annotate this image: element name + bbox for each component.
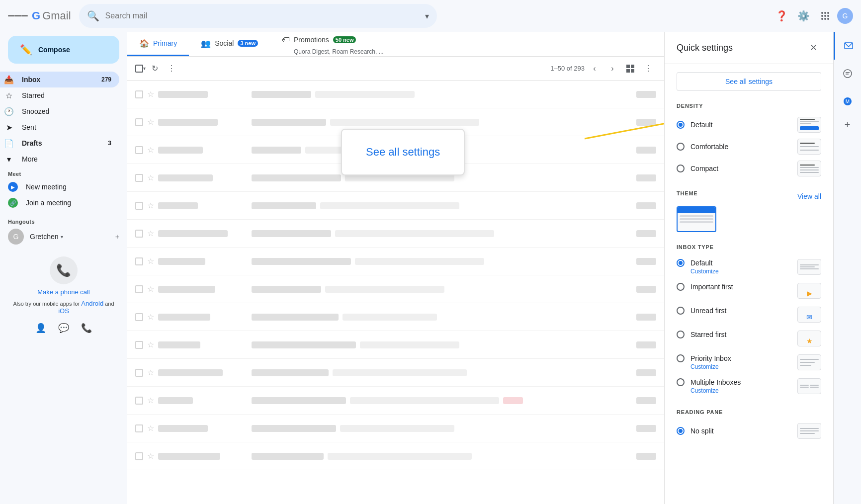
row-star[interactable]: ☆: [147, 145, 154, 155]
inbox-priority-radio[interactable]: [677, 354, 685, 362]
row-star[interactable]: ☆: [147, 396, 154, 405]
right-tab-add[interactable]: +: [834, 115, 861, 135]
contacts-icon[interactable]: 👤: [35, 323, 46, 334]
inbox-important-row[interactable]: Important first ▶: [677, 280, 821, 302]
hamburger-menu[interactable]: [8, 6, 28, 26]
new-meeting-item[interactable]: ▶ New meeting: [8, 179, 119, 195]
email-row[interactable]: ☆: [127, 331, 664, 359]
sidebar-item-more[interactable]: ▾ More: [0, 151, 119, 167]
row-star[interactable]: ☆: [147, 173, 154, 182]
search-input[interactable]: [105, 11, 419, 20]
row-star[interactable]: ☆: [147, 340, 154, 349]
inbox-multiple-row[interactable]: Multiple Inboxes Customize: [677, 375, 821, 397]
email-row[interactable]: ☆: [127, 275, 664, 303]
email-row[interactable]: ☆: [127, 81, 664, 108]
email-row[interactable]: ☆: [127, 387, 664, 415]
reading-no-split-row[interactable]: No split: [677, 421, 821, 441]
email-row[interactable]: ☆: [127, 192, 664, 220]
sidebar-item-drafts[interactable]: 📄 Drafts 3: [0, 135, 119, 151]
row-checkbox[interactable]: [135, 146, 143, 154]
ios-link[interactable]: iOS: [58, 307, 69, 315]
select-dropdown-icon[interactable]: ▾: [143, 66, 146, 71]
email-row[interactable]: ☆: [127, 359, 664, 387]
reading-no-split-radio[interactable]: [677, 427, 685, 435]
row-checkbox[interactable]: [135, 313, 143, 321]
row-star[interactable]: ☆: [147, 451, 154, 461]
search-filter-icon[interactable]: ▾: [425, 11, 429, 21]
settings-button[interactable]: ⚙️: [793, 6, 813, 26]
inbox-important-radio[interactable]: [677, 283, 685, 291]
right-tab-rooms[interactable]: M: [834, 87, 861, 115]
phone-bottom-icon[interactable]: 📞: [81, 323, 92, 334]
select-all-area[interactable]: ▾: [135, 65, 146, 73]
inbox-priority-sub[interactable]: Customize: [690, 363, 731, 370]
row-star[interactable]: ☆: [147, 256, 154, 266]
email-row[interactable]: ☆: [127, 220, 664, 248]
status-icon[interactable]: 💬: [58, 323, 69, 334]
row-checkbox[interactable]: [135, 257, 143, 265]
email-row[interactable]: ☆: [127, 303, 664, 331]
density-default-row[interactable]: Default: [677, 115, 821, 135]
email-row[interactable]: ☆: [127, 442, 664, 470]
more-options-button[interactable]: ⋮: [164, 61, 179, 77]
row-star[interactable]: ☆: [147, 284, 154, 294]
inbox-default-row[interactable]: Default Customize: [677, 256, 821, 278]
right-tab-chat[interactable]: [834, 60, 861, 87]
density-comfortable-row[interactable]: Comfortable: [677, 137, 821, 157]
density-compact-row[interactable]: Compact: [677, 159, 821, 178]
qs-close-button[interactable]: ✕: [805, 40, 821, 56]
qs-see-all-button[interactable]: See all settings: [677, 72, 821, 91]
see-all-settings-callout[interactable]: See all settings: [341, 129, 465, 175]
row-checkbox[interactable]: [135, 424, 143, 432]
density-compact-radio[interactable]: [677, 165, 685, 172]
row-star[interactable]: ☆: [147, 229, 154, 238]
hangout-add-icon[interactable]: +: [115, 233, 119, 241]
inbox-unread-row[interactable]: Unread first ✉: [677, 304, 821, 326]
help-button[interactable]: ❓: [772, 6, 791, 26]
sidebar-item-snoozed[interactable]: 🕐 Snoozed: [0, 103, 119, 119]
row-checkbox[interactable]: [135, 90, 143, 98]
row-checkbox[interactable]: [135, 452, 143, 460]
inbox-priority-row[interactable]: Priority Inbox Customize: [677, 351, 821, 373]
compose-button[interactable]: ✏️ Compose: [8, 36, 119, 64]
row-checkbox[interactable]: [135, 202, 143, 210]
android-link[interactable]: Android: [81, 300, 103, 307]
refresh-button[interactable]: ↻: [147, 61, 163, 77]
density-comfortable-radio[interactable]: [677, 143, 685, 151]
row-checkbox[interactable]: [135, 174, 143, 182]
tab-promotions[interactable]: 🏷 Promotions 50 new Quora Digest, Roam R…: [270, 32, 396, 56]
join-meeting-item[interactable]: 🔗 Join a meeting: [8, 195, 119, 211]
phone-link[interactable]: Make a phone call: [37, 288, 90, 296]
row-checkbox[interactable]: [135, 341, 143, 349]
row-star[interactable]: ☆: [147, 368, 154, 377]
view-more-button[interactable]: ⋮: [640, 61, 656, 77]
row-star[interactable]: ☆: [147, 89, 154, 99]
email-row[interactable]: ☆: [127, 248, 664, 275]
density-default-radio[interactable]: [677, 121, 685, 129]
sidebar-item-sent[interactable]: ➤ Sent: [0, 119, 119, 135]
inbox-starred-row[interactable]: Starred first ★: [677, 328, 821, 349]
right-tab-mail[interactable]: [834, 32, 861, 60]
row-checkbox[interactable]: [135, 285, 143, 293]
avatar[interactable]: G: [837, 8, 853, 24]
inbox-multiple-sub[interactable]: Customize: [690, 387, 741, 394]
row-checkbox[interactable]: [135, 230, 143, 238]
row-star[interactable]: ☆: [147, 201, 154, 210]
inbox-multiple-radio[interactable]: [677, 378, 685, 386]
sidebar-item-inbox[interactable]: 📥 Inbox 279: [0, 72, 119, 87]
apps-button[interactable]: [815, 6, 835, 26]
tab-primary[interactable]: 🏠 Primary: [127, 32, 189, 56]
inbox-starred-radio[interactable]: [677, 331, 685, 338]
inbox-unread-radio[interactable]: [677, 307, 685, 315]
prev-page-button[interactable]: ‹: [587, 61, 603, 77]
next-page-button[interactable]: ›: [604, 61, 620, 77]
row-checkbox[interactable]: [135, 369, 143, 377]
select-all-checkbox[interactable]: [135, 65, 143, 73]
view-options-button[interactable]: [622, 61, 638, 77]
sidebar-item-starred[interactable]: ☆ Starred: [0, 87, 119, 103]
row-checkbox[interactable]: [135, 397, 143, 405]
row-star[interactable]: ☆: [147, 423, 154, 433]
row-star[interactable]: ☆: [147, 117, 154, 127]
theme-preview[interactable]: [677, 206, 716, 232]
inbox-default-sub[interactable]: Customize: [690, 268, 719, 275]
